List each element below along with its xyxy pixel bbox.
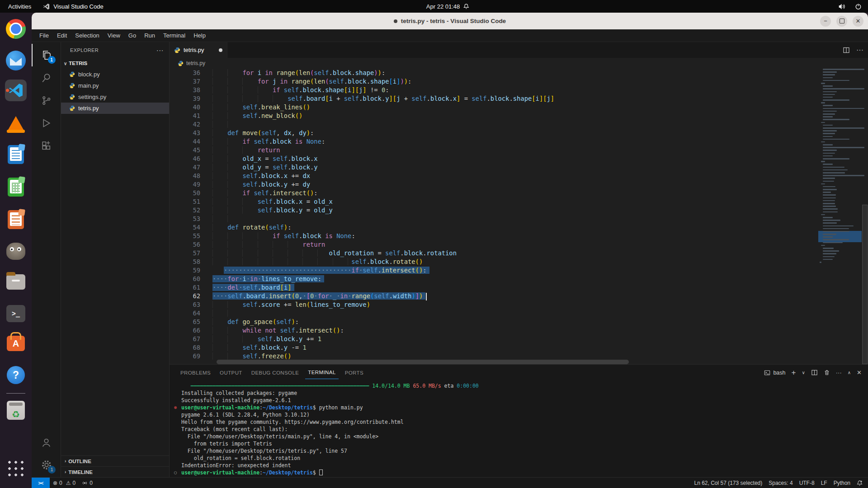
power-icon[interactable] [855,3,862,10]
chrome-icon[interactable] [5,18,27,40]
minimize-button[interactable]: − [820,16,831,27]
breadcrumb[interactable]: tetris.py [170,58,868,69]
libreoffice-writer-icon[interactable] [5,144,27,165]
code-line-40[interactable]: 40 self.break_lines() [170,103,818,112]
code-line-50[interactable]: 50 if self.intersect(): [170,189,818,197]
menu-edit[interactable]: Edit [53,31,71,40]
code-line-42[interactable]: 42 [170,120,818,129]
file-main-py[interactable]: main.py [61,80,169,91]
tab-modified-dot[interactable] [219,48,222,52]
code-line-58[interactable]: 58 self.block.rotate() [170,258,818,266]
notifications-bell[interactable] [854,478,868,488]
horizontal-scrollbar[interactable] [217,360,629,364]
libreoffice-impress-icon[interactable] [5,209,27,230]
timeline-section[interactable]: › TIMELINE [61,466,169,477]
panel-more-actions-icon[interactable]: ··· [836,369,842,376]
panel-tab-problems[interactable]: PROBLEMS [178,366,213,379]
code-line-59[interactable]: 59 ··································if·… [170,266,818,275]
explorer-more-actions-icon[interactable]: ··· [156,46,164,54]
gimp-icon[interactable] [5,240,27,262]
clock-button[interactable]: Apr 22 01:48 [426,0,469,13]
code-line-54[interactable]: 54 def rotate(self): [170,223,818,232]
menu-terminal[interactable]: Terminal [159,31,189,40]
panel-tab-terminal[interactable]: TERMINAL [305,366,338,379]
code-line-68[interactable]: 68 self.block.y -= 1 [170,343,818,352]
code-line-60[interactable]: 60····for·i·in·lines_to_remove: [170,275,818,283]
ports-status[interactable]: 0 [79,478,96,488]
libreoffice-calc-icon[interactable] [5,176,27,198]
code-line-64[interactable]: 64 [170,309,818,318]
code-line-51[interactable]: 51 self.block.x = old_x [170,197,818,206]
menu-run[interactable]: Run [140,31,159,40]
explorer-activity-icon[interactable]: 1 [32,44,61,66]
show-applications-button[interactable] [6,459,25,478]
kill-terminal-trash-icon[interactable] [824,369,830,376]
terminal-output[interactable]: ━━━━━━━━━━━━━━━━━━━━━━━━━━━━━━━━━━━━━━━━… [170,380,868,477]
run-debug-activity-icon[interactable] [32,112,61,134]
terminal-dropdown-icon[interactable]: ∨ [802,370,805,375]
code-line-46[interactable]: 46 old_x = self.block.x [170,155,818,163]
code-line-44[interactable]: 44 if self.block is None: [170,137,818,146]
extensions-activity-icon[interactable] [32,134,61,157]
code-line-53[interactable]: 53 [170,215,818,223]
maximize-panel-icon[interactable]: ∧ [848,370,851,375]
file-settings-py[interactable]: settings.py [61,91,169,103]
volume-icon[interactable] [838,3,846,10]
code-line-67[interactable]: 67 self.block.y += 1 [170,335,818,343]
vertical-scrollbar[interactable] [862,69,868,364]
code-line-66[interactable]: 66 while not self.intersect(): [170,326,818,335]
menu-go[interactable]: Go [124,31,140,40]
ubuntu-software-icon[interactable]: A [5,333,27,354]
code-line-52[interactable]: 52 self.block.y = old_y [170,206,818,215]
code-line-55[interactable]: 55 if self.block is None: [170,232,818,240]
vlc-icon[interactable] [5,112,27,134]
code-line-39[interactable]: 39 self.board[i + self.block.y][j + self… [170,94,818,103]
code-line-62[interactable]: 62····self.board.insert(0,·[0·for·_·in·r… [170,292,818,300]
accounts-icon[interactable] [32,431,61,454]
vscode-dock-icon[interactable] [5,80,27,101]
code-line-69[interactable]: 69 self.freeze() [170,352,818,360]
remote-indicator[interactable]: >< [32,478,50,488]
menu-view[interactable]: View [104,31,124,40]
file-tetris-py[interactable]: tetris.py [61,103,169,114]
code-line-41[interactable]: 41 self.new_block() [170,112,818,120]
code-line-61[interactable]: 61····del·self.board[i] [170,283,818,292]
trash-icon[interactable]: ♻ [5,399,27,421]
tab-tetris-py[interactable]: tetris.py [170,42,227,58]
thunderbird-icon[interactable] [5,50,27,71]
code-line-49[interactable]: 49 self.block.y += dy [170,180,818,189]
minimap[interactable] [818,69,862,364]
help-icon[interactable]: ? [5,364,27,386]
outline-section[interactable]: › OUTLINE [61,455,169,466]
code-line-36[interactable]: 36 for i in range(len(self.block.shape))… [170,69,818,77]
indentation-status[interactable]: Spaces: 4 [765,478,796,488]
panel-tab-ports[interactable]: PORTS [342,366,366,379]
split-terminal-icon[interactable] [811,369,818,376]
language-mode-status[interactable]: Python [830,478,854,488]
problems-status[interactable]: ⊗0 ⚠0 [50,478,79,488]
encoding-status[interactable]: UTF-8 [796,478,818,488]
code-line-63[interactable]: 63 self.score += len(lines_to_remove) [170,300,818,309]
source-control-activity-icon[interactable] [32,89,61,112]
close-panel-icon[interactable]: ✕ [857,369,862,376]
code-line-57[interactable]: 57 old_rotation = self.block.rotation [170,249,818,258]
code-line-45[interactable]: 45 return [170,146,818,155]
panel-tab-debug-console[interactable]: DEBUG CONSOLE [249,366,302,379]
menu-file[interactable]: File [35,31,53,40]
menu-help[interactable]: Help [189,31,210,40]
editor-more-actions-icon[interactable]: ··· [856,46,863,54]
title-bar[interactable]: tetris.py - tetris - Visual Studio Code … [32,13,868,29]
settings-gear-icon[interactable]: 1 [32,454,61,476]
code-line-38[interactable]: 38 if self.block.shape[i][j] != 0: [170,86,818,94]
terminal-app-icon[interactable]: >_ [5,303,27,324]
code-line-65[interactable]: 65 def go_space(self): [170,318,818,326]
panel-tab-output[interactable]: OUTPUT [217,366,245,379]
maximize-button[interactable] [836,16,847,27]
code-line-37[interactable]: 37 for j in range(len(self.block.shape[i… [170,77,818,86]
code-line-43[interactable]: 43 def move(self, dx, dy): [170,129,818,137]
terminal-instance-bash[interactable]: bash [764,370,785,376]
eol-status[interactable]: LF [818,478,830,488]
activities-button[interactable]: Activities [8,3,31,10]
code-line-48[interactable]: 48 self.block.x += dx [170,172,818,180]
folder-tetris[interactable]: ∨ TETRIS [61,58,169,69]
